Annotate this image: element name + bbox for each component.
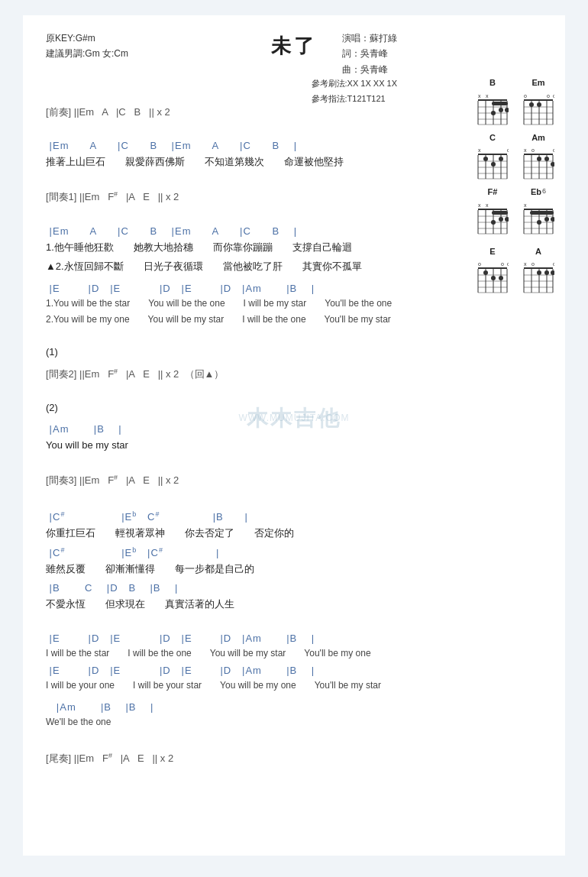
verse4-chords1: |C# |Eb C# |B | (46, 509, 542, 526)
strumming-info: 參考刷法:XX 1X XX 1X 參考指法:T121T121 (312, 76, 397, 107)
chord-row-3: F# x x (473, 186, 557, 239)
outro-label: [尾奏] ||Em F# |A E || x 2 (46, 750, 542, 767)
verse5-lyric2: I will be your one I will be your star Y… (46, 678, 542, 693)
marker1: (1) (46, 345, 542, 361)
svg-point-107 (491, 276, 496, 280)
svg-point-13 (491, 111, 496, 115)
chord-eb-diagram: x (522, 201, 554, 239)
svg-text:o: o (478, 261, 481, 267)
svg-text:o: o (524, 93, 527, 99)
section-marker2: (2) (46, 400, 542, 416)
verse4-lyric3: 不愛永恆 但求現在 真實活著的人生 (46, 597, 542, 613)
verse5b-chords: |E |D |E |D |E |D |Am |B | (46, 663, 542, 679)
svg-point-15 (505, 108, 509, 112)
verse2b-lyric1: 1.You will be the star You will be the o… (46, 296, 542, 311)
svg-rect-19 (524, 99, 553, 101)
chord-row-4: E o o o (473, 245, 557, 294)
svg-point-92 (551, 217, 554, 222)
verse2b-chords: |E |D |E |D |E |D |Am |B | (46, 281, 542, 297)
chord-eb: Eb 6 x (522, 186, 554, 239)
svg-rect-79 (524, 209, 553, 210)
verse4-lyric1: 你重扛巨石 輕視著眾神 你去否定了 否定你的 (46, 526, 542, 542)
section-verse2: |Em A |C B |Em A |C B | 1.他午睡他狂歡 她教大地拾穗 … (46, 224, 542, 274)
strumming-pattern: 參考刷法:XX 1X XX 1X (312, 76, 397, 92)
chord-c: C x o (477, 131, 509, 180)
section-interlude1: [間奏1] ||Em F# |A E || x 2 (46, 189, 542, 205)
interlude2-label: [間奏2] ||Em F# |A E || x 2 （回▲） (46, 366, 542, 383)
chord-fsharp-label: F# (488, 186, 498, 199)
svg-text:x: x (524, 147, 527, 153)
verse4-lyric2: 雖然反覆 卻漸漸懂得 每一步都是自己的 (46, 561, 542, 578)
chord-a: A x o o (522, 245, 554, 294)
interlude3-label: [間奏3] ||Em F# |A E || x 2 (46, 472, 542, 489)
suggested-key: 建議男調:Gm 女:Cm (46, 46, 128, 61)
finger-pattern: 參考指法:T121T121 (312, 92, 397, 107)
svg-rect-33 (478, 154, 507, 155)
svg-point-43 (483, 157, 488, 161)
section-interlude3: [間奏3] ||Em F# |A E || x 2 (46, 472, 542, 489)
svg-text:o: o (531, 147, 535, 153)
section-verse5: |E |D |E |D |E |D |Am |B | I will be the… (46, 631, 542, 694)
chord-b: B x x (477, 76, 509, 125)
svg-text:x: x (478, 147, 481, 153)
chord-diagrams: B x x (473, 76, 557, 293)
page: 原KEY:G#m 建議男調:Gm 女:Cm 未了 演唱：蘇打綠 詞：吳青峰 曲：… (23, 15, 565, 856)
chord-eb-label: Eb (531, 186, 541, 199)
svg-point-59 (537, 157, 541, 161)
svg-point-30 (537, 102, 541, 107)
chord-e-label: E (489, 245, 495, 259)
svg-point-29 (529, 102, 534, 107)
section-outro: [尾奏] ||Em F# |A E || x 2 (46, 750, 542, 767)
svg-text:o: o (507, 147, 509, 153)
chord-am-diagram: x o o (522, 146, 554, 180)
chord-fsharp: F# x x (477, 186, 509, 239)
svg-point-123 (544, 270, 549, 275)
chord-fsharp-diagram: x x (477, 201, 509, 239)
section-verse2b: |E |D |E |D |E |D |Am |B | 1.You will be… (46, 281, 542, 328)
chord-e: E o o o (477, 245, 509, 294)
svg-point-106 (483, 270, 488, 275)
svg-rect-112 (524, 267, 553, 269)
svg-rect-49 (524, 154, 553, 155)
svg-point-61 (551, 162, 554, 167)
svg-point-77 (505, 217, 509, 222)
verse4-chords2: |C# |Eb |C# | (46, 545, 542, 561)
chord-row-1: B x x (473, 76, 557, 125)
svg-text:o: o (553, 93, 554, 99)
verse1-chords: |Em A |C B |Em A |C B | (46, 138, 542, 154)
verse5-chords: |E |D |E |D |E |D |Am |B | (46, 631, 542, 647)
svg-point-122 (537, 270, 541, 275)
svg-text:o: o (531, 261, 535, 267)
svg-text:x: x (486, 93, 489, 99)
chord-c-diagram: x o (477, 146, 509, 180)
svg-text:x: x (524, 261, 527, 267)
section-verse1: |Em A |C B |Em A |C B | 推著上山巨石 親愛薛西佛斯 不知… (46, 138, 542, 170)
song-title: 未了 (271, 34, 317, 57)
intro-label: [前奏] ||Em A |C B || x 2 (46, 105, 542, 121)
svg-rect-74 (492, 211, 508, 215)
singer: 演唱：蘇打綠 (342, 31, 397, 46)
svg-rect-64 (478, 209, 507, 210)
svg-text:o: o (507, 261, 509, 267)
chord-c-label: C (489, 131, 496, 145)
chord-b-diagram: x x (477, 92, 509, 125)
chord-em-diagram: o o o (522, 92, 554, 125)
chord-row-2: C x o (473, 131, 557, 180)
verse3-chords: |Am |B | (46, 422, 542, 438)
svg-text:x: x (478, 202, 481, 208)
chord-em: Em o o o (522, 76, 554, 125)
svg-point-45 (499, 157, 503, 161)
verse3-lyrics: You will be my star (46, 438, 542, 454)
svg-rect-2 (478, 99, 507, 101)
svg-rect-89 (530, 211, 554, 215)
section-verse3: |Am |B | You will be my star (46, 422, 542, 454)
svg-text:x: x (524, 202, 527, 208)
verse5c-chords: |Am |B |B | (46, 700, 542, 716)
svg-text:o: o (553, 261, 554, 267)
svg-point-108 (499, 276, 503, 280)
svg-point-90 (537, 220, 541, 225)
original-key: 原KEY:G#m (46, 31, 128, 46)
verse2-lyric2: ▲2.永恆回歸不斷 日光子夜循環 當他被吃了肝 其實你不孤單 (46, 259, 542, 275)
svg-rect-96 (478, 267, 507, 269)
svg-point-91 (544, 217, 549, 222)
